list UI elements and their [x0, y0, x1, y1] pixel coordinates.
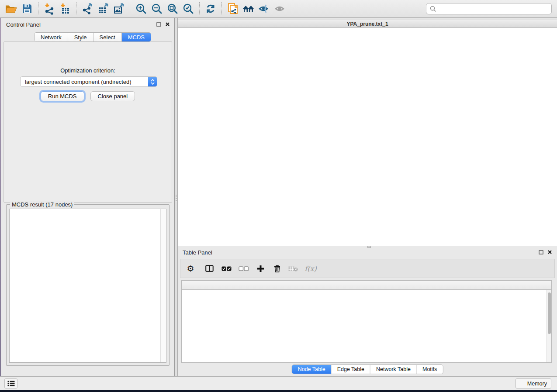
select-all-button[interactable] — [218, 261, 235, 276]
network-graph[interactable] — [178, 28, 557, 246]
float-panel-icon[interactable] — [539, 250, 543, 254]
refresh-layout-icon — [205, 3, 216, 14]
close-panel-icon[interactable] — [547, 250, 552, 254]
control-panel-tabs: Network Style Select MCDS — [34, 32, 151, 42]
optimization-criterion-label: Optimization criterion: — [4, 67, 172, 74]
eye-slash-icon — [258, 3, 270, 14]
table-tabs: Node Table Edge Table Network Table Moti… — [292, 364, 443, 374]
import-table-button[interactable] — [58, 2, 72, 16]
network-title: YPA_prune.txt_1 — [178, 20, 557, 28]
checked-boxes-icon — [221, 266, 232, 271]
memory-label: Memory — [527, 381, 547, 387]
search-input[interactable] — [436, 6, 548, 12]
function-builder-button[interactable]: f(x) — [301, 261, 320, 276]
tab-mcds[interactable]: MCDS — [122, 33, 151, 41]
zoom-out-icon — [151, 3, 163, 14]
zoom-fit-button[interactable] — [166, 2, 180, 16]
window-minimize-icon[interactable] — [190, 22, 196, 27]
export-image-button[interactable] — [112, 2, 126, 16]
export-image-icon — [113, 3, 125, 15]
export-network-button[interactable] — [80, 2, 94, 16]
memory-status-icon — [520, 381, 525, 386]
delete-table-icon — [288, 266, 298, 272]
float-panel-icon[interactable] — [156, 22, 161, 27]
open-file-button[interactable] — [4, 2, 18, 16]
split-panel-icon — [205, 265, 214, 272]
tab-network-table[interactable]: Network Table — [370, 365, 417, 374]
delete-column-button[interactable] — [269, 261, 285, 276]
tab-motifs[interactable]: Motifs — [417, 365, 443, 374]
hide-selected-button[interactable] — [257, 2, 271, 16]
deselect-all-button[interactable] — [235, 261, 252, 276]
zoom-out-button[interactable] — [150, 2, 164, 16]
search-icon — [430, 6, 436, 12]
zoom-in-icon — [135, 3, 147, 14]
control-panel: Control Panel Network Style Select MCDS … — [1, 18, 175, 376]
show-task-history-button[interactable] — [4, 378, 17, 389]
zoom-selected-button[interactable] — [181, 2, 195, 16]
import-table-icon — [59, 3, 71, 15]
split-panel-button[interactable] — [201, 261, 218, 276]
table-panel: Table Panel ⚙ — [178, 246, 557, 376]
node-table — [181, 280, 552, 363]
open-folder-icon — [5, 3, 18, 14]
unchecked-boxes-icon — [239, 266, 249, 271]
table-toolbar: ⚙ — [180, 259, 555, 278]
new-network-from-selection-button[interactable] — [226, 2, 240, 16]
criterion-selected-value: largest connected component (undirected) — [21, 79, 148, 85]
status-bar: Memory — [0, 376, 557, 390]
delete-table-button[interactable] — [285, 261, 301, 276]
houses-icon — [242, 3, 255, 14]
eye-icon — [274, 3, 286, 14]
table-scrollbar[interactable] — [547, 290, 551, 362]
criterion-select[interactable]: largest connected component (undirected) — [20, 76, 157, 87]
tab-style[interactable]: Style — [68, 33, 93, 41]
tab-select[interactable]: Select — [93, 33, 122, 41]
add-column-button[interactable] — [252, 261, 269, 276]
tab-edge-table[interactable]: Edge Table — [332, 365, 370, 374]
window-zoom-icon[interactable] — [200, 22, 205, 27]
zoom-fit-icon — [167, 3, 178, 14]
apply-layout-button[interactable] — [204, 2, 218, 16]
trash-icon — [274, 265, 280, 272]
search-field — [426, 3, 552, 14]
tab-node-table[interactable]: Node Table — [292, 365, 332, 374]
window-close-icon[interactable] — [181, 22, 187, 27]
zoom-in-button[interactable] — [134, 2, 148, 16]
first-neighbors-button[interactable] — [242, 2, 256, 16]
horizontal-splitter-grip[interactable] — [367, 246, 371, 248]
import-network-icon — [43, 3, 55, 15]
vertical-splitter[interactable] — [175, 18, 178, 376]
fx-icon: f(x) — [304, 265, 316, 273]
show-all-button[interactable] — [273, 2, 287, 16]
control-panel-title: Control Panel — [6, 21, 41, 28]
save-floppy-icon — [21, 3, 33, 14]
close-panel-button[interactable]: Close panel — [90, 91, 135, 101]
save-session-button[interactable] — [20, 2, 34, 16]
network-window: YPA_prune.txt_1 — [178, 18, 557, 246]
toolbar-separator — [221, 2, 222, 15]
mcds-result-list[interactable] — [9, 209, 166, 363]
network-titlebar[interactable]: YPA_prune.txt_1 — [178, 20, 557, 28]
table-header-row — [182, 281, 551, 290]
toolbar-separator — [76, 2, 76, 15]
scrollbar-thumb[interactable] — [548, 292, 551, 334]
plus-icon — [257, 265, 264, 272]
mcds-result-groupbox: MCDS result (17 nodes) — [6, 204, 170, 366]
toolbar-separator — [199, 2, 200, 15]
export-table-button[interactable] — [96, 2, 110, 16]
mcds-list-scrollbar[interactable] — [160, 209, 166, 362]
mcds-result-title: MCDS result (17 nodes) — [10, 201, 74, 208]
memory-button[interactable]: Memory — [515, 378, 551, 389]
run-mcds-button[interactable]: Run MCDS — [41, 91, 84, 101]
export-network-icon — [81, 3, 93, 15]
clone-network-icon — [227, 3, 239, 15]
toolbar-separator — [38, 2, 38, 15]
main-toolbar — [0, 0, 557, 18]
table-settings-button[interactable]: ⚙ — [180, 261, 201, 276]
list-icon — [7, 381, 15, 386]
import-network-button[interactable] — [42, 2, 56, 16]
tab-network[interactable]: Network — [35, 33, 68, 41]
network-canvas[interactable] — [178, 28, 557, 246]
close-panel-icon[interactable] — [165, 22, 170, 27]
